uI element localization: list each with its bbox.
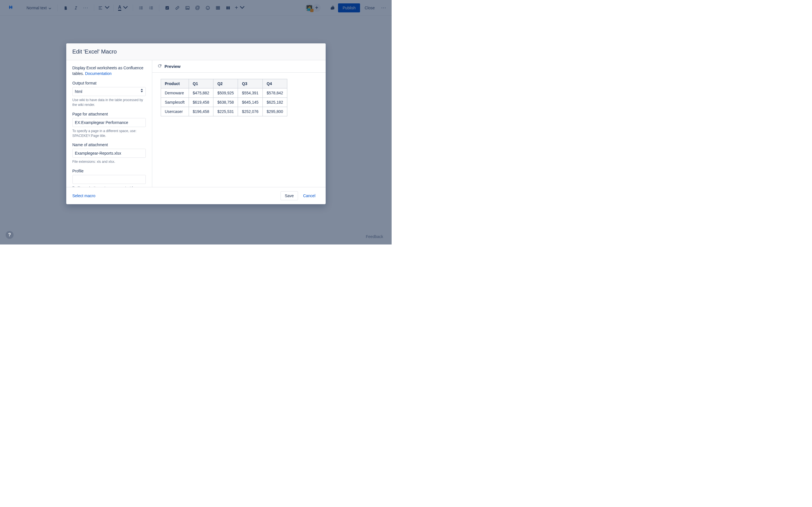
cancel-button[interactable]: Cancel	[299, 191, 319, 200]
save-button[interactable]: Save	[281, 191, 298, 200]
edit-macro-modal: Edit 'Excel' Macro Display Excel workshe…	[66, 43, 326, 204]
table-header: Q1	[189, 79, 213, 89]
attachment-name-input[interactable]	[72, 149, 146, 158]
macro-config-pane: Display Excel worksheets as Confluence t…	[66, 60, 152, 187]
table-row: Demoware$475,882$509,925$554,391$578,842	[161, 89, 287, 98]
table-header: Product	[161, 79, 189, 89]
refresh-icon[interactable]	[157, 64, 162, 69]
table-cell: $475,882	[189, 89, 213, 98]
table-cell: $509,925	[213, 89, 238, 98]
table-cell: $638,758	[213, 98, 238, 107]
table-cell: $225,531	[213, 107, 238, 116]
table-cell: $196,458	[189, 107, 213, 116]
table-row: Usercaser$196,458$225,531$252,076$295,80…	[161, 107, 287, 116]
table-cell: $252,076	[238, 107, 262, 116]
attachment-name-label: Name of attachment	[72, 143, 146, 147]
table-header: Q3	[238, 79, 262, 89]
help-icon[interactable]: ?	[6, 231, 13, 239]
modal-title: Edit 'Excel' Macro	[66, 43, 326, 60]
profile-hint: Profiles make it easy to access content …	[72, 186, 146, 187]
table-cell: $578,842	[262, 89, 287, 98]
select-macro-link[interactable]: Select macro	[72, 193, 96, 198]
preview-header: Preview	[152, 60, 326, 73]
documentation-link[interactable]: Documentation	[85, 71, 112, 76]
profile-label: Profile	[72, 169, 146, 173]
table-cell: $619,458	[189, 98, 213, 107]
page-attachment-input[interactable]	[72, 118, 146, 127]
output-format-select[interactable]: html	[72, 87, 146, 96]
attachment-name-hint: File extensions: xls and xlsx.	[72, 159, 146, 164]
table-row: Samplesoft$619,458$638,758$645,145$625,1…	[161, 98, 287, 107]
profile-input[interactable]	[72, 175, 146, 184]
modal-footer: Select macro Save Cancel	[66, 187, 326, 204]
output-format-label: Output format	[72, 81, 146, 86]
table-cell: $554,391	[238, 89, 262, 98]
modal-overlay: Edit 'Excel' Macro Display Excel workshe…	[0, 0, 392, 244]
table-cell: Samplesoft	[161, 98, 189, 107]
table-header: Q4	[262, 79, 287, 89]
preview-pane: Preview ProductQ1Q2Q3Q4 Demoware$475,882…	[152, 60, 326, 187]
table-cell: $295,800	[262, 107, 287, 116]
output-format-hint: Use wiki to have data in the table proce…	[72, 98, 146, 107]
preview-label: Preview	[165, 64, 181, 69]
table-cell: Usercaser	[161, 107, 189, 116]
feedback-link[interactable]: Feedback	[366, 234, 383, 239]
table-header: Q2	[213, 79, 238, 89]
table-cell: $625,182	[262, 98, 287, 107]
page-attachment-label: Page for attachment	[72, 112, 146, 116]
preview-table: ProductQ1Q2Q3Q4 Demoware$475,882$509,925…	[161, 79, 288, 116]
table-cell: $645,145	[238, 98, 262, 107]
page-attachment-hint: To specify a page in a different space, …	[72, 129, 146, 138]
table-cell: Demoware	[161, 89, 189, 98]
macro-description: Display Excel worksheets as Confluence t…	[72, 65, 146, 76]
